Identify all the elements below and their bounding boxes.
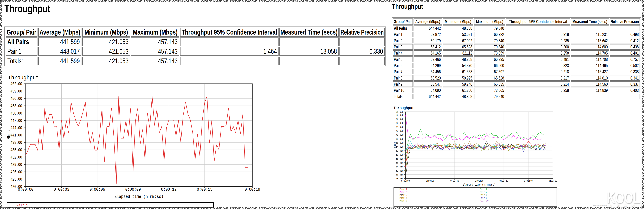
svg-text:Pair 10: Pair 10 [480,200,488,202]
svg-text:0:00:15: 0:00:15 [197,187,212,192]
svg-text:0:00:12: 0:00:12 [161,187,176,192]
svg-text:66.000: 66.000 [396,142,404,144]
svg-text:Throughput: Throughput [8,74,39,81]
svg-text:0:00:20: 0:00:20 [426,180,434,182]
svg-text:Elapsed time (h:mm:ss): Elapsed time (h:mm:ss) [114,194,164,199]
svg-text:64.000: 64.000 [396,146,404,148]
svg-text:0:02:00: 0:02:00 [549,180,557,182]
svg-text:Mbps: Mbps [394,142,396,148]
svg-text:70.000: 70.000 [396,134,404,136]
svg-text:52.000: 52.000 [396,170,404,172]
svg-text:Pair 4: Pair 4 [480,191,487,194]
svg-text:435.00: 435.00 [10,148,22,152]
svg-text:447.00: 447.00 [10,118,22,123]
svg-text:56.000: 56.000 [396,162,404,164]
svg-text:Mbps: Mbps [6,130,12,140]
svg-text:Pair 2: Pair 2 [480,188,487,191]
svg-text:0:00:00: 0:00:00 [401,180,410,182]
svg-text:0:00:09: 0:00:09 [125,187,141,192]
svg-text:0:00:06: 0:00:06 [90,187,105,192]
svg-text:60.000: 60.000 [396,154,404,156]
svg-text:444.00: 444.00 [10,126,22,130]
svg-text:58.000: 58.000 [396,158,404,160]
svg-text:Pair 6: Pair 6 [480,194,487,196]
svg-text:Pair 8: Pair 8 [480,197,487,200]
svg-text:450.00: 450.00 [10,111,22,116]
svg-text:80.000: 80.000 [396,114,404,117]
svg-text:Throughput: Throughput [394,106,414,110]
svg-text:0:01:40: 0:01:40 [524,180,532,182]
svg-text:74.000: 74.000 [396,126,404,128]
svg-text:423.00: 423.00 [10,177,22,182]
svg-text:0:00:19: 0:00:19 [245,187,260,192]
svg-text:Pair 7: Pair 7 [400,197,407,200]
svg-text:453.00: 453.00 [10,104,22,108]
svg-text:Pair 5: Pair 5 [400,194,407,196]
svg-text:462.00: 462.00 [10,82,22,86]
svg-text:78.000: 78.000 [396,118,404,120]
svg-text:Pair 1: Pair 1 [400,188,407,191]
svg-text:Elapsed time (h:mm:ss): Elapsed time (h:mm:ss) [463,183,496,186]
svg-text:Pair 3: Pair 3 [400,191,407,194]
svg-text:456.00: 456.00 [10,96,22,101]
svg-text:459.00: 459.00 [10,89,22,94]
svg-text:50.000: 50.000 [396,174,404,176]
svg-text:0:00:03: 0:00:03 [54,187,69,192]
svg-text:0:00:40: 0:00:40 [450,180,459,182]
svg-text:76.000: 76.000 [396,122,404,125]
svg-text:62.000: 62.000 [396,150,404,152]
svg-text:432.00: 432.00 [10,155,22,160]
svg-text:441.00: 441.00 [10,133,22,138]
svg-text:0:01:00: 0:01:00 [475,180,484,182]
svg-text:68.000: 68.000 [396,138,404,140]
svg-text:0:01:20: 0:01:20 [500,180,508,182]
svg-text:54.000: 54.000 [396,166,404,168]
svg-text:81.600: 81.600 [396,111,404,114]
svg-text:0:00:00: 0:00:00 [18,187,34,192]
svg-text:426.00: 426.00 [10,170,22,174]
svg-text:Pair 9: Pair 9 [400,200,407,202]
svg-text:438.00: 438.00 [10,140,22,145]
svg-text:72.000: 72.000 [396,130,404,132]
svg-text:Pair 1: Pair 1 [16,203,28,208]
svg-text:429.00: 429.00 [10,162,22,167]
